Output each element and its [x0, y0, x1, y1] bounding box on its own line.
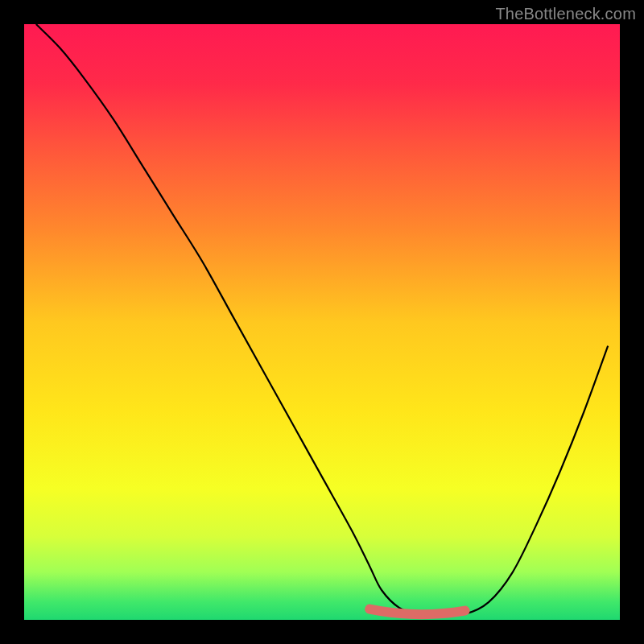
bottleneck-chart — [0, 0, 644, 644]
plot-background — [24, 24, 620, 620]
chart-container: TheBottleneck.com — [0, 0, 644, 644]
watermark-text: TheBottleneck.com — [495, 5, 636, 23]
optimal-range-marker — [369, 609, 464, 615]
